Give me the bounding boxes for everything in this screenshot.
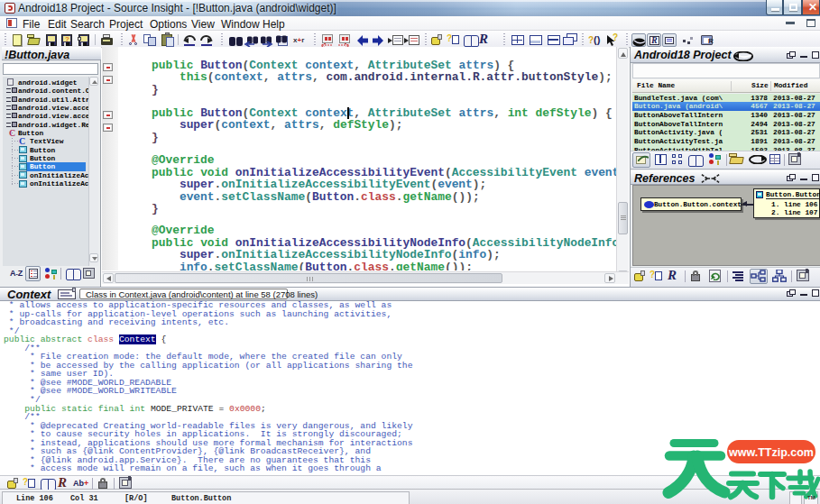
svg-text:TM: TM xyxy=(807,495,815,500)
svg-text:www.TTzip.com: www.TTzip.com xyxy=(728,446,814,459)
